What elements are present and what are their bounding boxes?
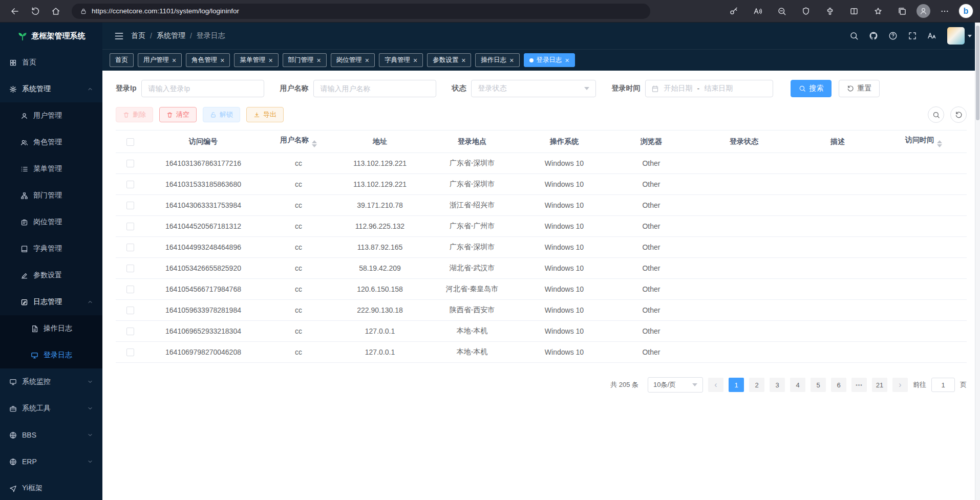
sidebar-item-user[interactable]: 用户管理 <box>0 102 102 129</box>
sidebar-item-bbs[interactable]: BBS <box>0 422 102 448</box>
table-row[interactable]: 1641069798270046208 cc 127.0.0.1 本地-本机 W… <box>116 342 967 363</box>
row-checkbox[interactable] <box>126 328 134 335</box>
tab-dict[interactable]: 字典管理 × <box>379 53 423 67</box>
page-button-6[interactable]: 6 <box>831 378 846 392</box>
row-checkbox[interactable] <box>126 307 134 314</box>
table-row[interactable]: 1641044993248464896 cc 113.87.92.165 广东省… <box>116 237 967 258</box>
tab-close-icon[interactable]: × <box>220 57 224 64</box>
more-pages-button[interactable]: ••• <box>851 378 867 392</box>
tab-close-icon[interactable]: × <box>413 57 417 64</box>
export-button[interactable]: 导出 <box>246 107 284 122</box>
sidebar-item-system[interactable]: 系统管理 <box>0 76 102 102</box>
sidebar-item-post[interactable]: 岗位管理 <box>0 209 102 235</box>
sidebar-item-home[interactable]: 首页 <box>0 49 102 76</box>
sort-caret-icon[interactable] <box>312 140 317 147</box>
row-checkbox[interactable] <box>126 181 134 188</box>
zoom-out-button[interactable] <box>772 3 792 20</box>
search-button[interactable]: 搜索 <box>791 80 832 97</box>
sidebar-item-erp[interactable]: ERP <box>0 448 102 475</box>
page-button-1[interactable]: 1 <box>729 378 744 392</box>
tab-user[interactable]: 用户管理 × <box>138 53 182 67</box>
vertical-scrollbar[interactable] <box>975 23 980 500</box>
tab-home[interactable]: 首页 <box>110 53 134 67</box>
tab-operlog[interactable]: 操作日志 × <box>475 53 519 67</box>
row-checkbox[interactable] <box>126 349 134 356</box>
row-checkbox[interactable] <box>126 286 134 293</box>
browser-refresh-button[interactable] <box>26 3 45 20</box>
user-avatar[interactable] <box>947 27 972 45</box>
sidebar-item-yi[interactable]: Yi框架 <box>0 475 102 500</box>
table-row[interactable]: 1641053426655825920 cc 58.19.42.209 湖北省-… <box>116 258 967 279</box>
browser-home-button[interactable] <box>46 3 66 20</box>
browser-profile-avatar[interactable] <box>917 4 930 18</box>
delete-button[interactable]: 删除 <box>116 107 153 122</box>
split-screen-button[interactable] <box>844 3 864 20</box>
username-input[interactable] <box>313 80 436 97</box>
sidebar-item-operlog[interactable]: 操作日志 <box>0 315 102 342</box>
favorites-button[interactable] <box>868 3 888 20</box>
table-row[interactable]: 1641044520567181312 cc 112.96.225.132 广东… <box>116 216 967 237</box>
tab-close-icon[interactable]: × <box>365 57 369 64</box>
column-header-time[interactable]: 访问时间 <box>881 131 967 153</box>
browser-address-bar[interactable]: https://ccnetcore.com:1101/system/log/lo… <box>72 4 650 19</box>
table-row[interactable]: 1641031533185863680 cc 113.102.129.221 广… <box>116 174 967 195</box>
tab-close-icon[interactable]: × <box>461 57 465 64</box>
page-button-5[interactable]: 5 <box>811 378 826 392</box>
row-checkbox[interactable] <box>126 223 134 230</box>
breadcrumb-item-system[interactable]: 系统管理 <box>157 31 185 40</box>
tab-post[interactable]: 岗位管理 × <box>331 53 375 67</box>
login-ip-input[interactable] <box>141 80 264 97</box>
page-size-select[interactable]: 10条/页 <box>648 377 703 393</box>
goto-page-input[interactable] <box>931 378 955 392</box>
header-search-button[interactable] <box>846 28 862 44</box>
tab-close-icon[interactable]: × <box>172 57 176 64</box>
tab-close-icon[interactable]: × <box>268 57 272 64</box>
sidebar-item-dict[interactable]: 字典管理 <box>0 235 102 262</box>
tab-close-icon[interactable]: × <box>317 57 321 64</box>
browser-essentials-button[interactable] <box>796 3 816 20</box>
reset-button[interactable]: 重置 <box>839 80 880 97</box>
sort-caret-icon[interactable] <box>937 140 942 147</box>
sidebar-item-dept[interactable]: 部门管理 <box>0 182 102 209</box>
github-button[interactable] <box>865 28 882 44</box>
fullscreen-button[interactable] <box>904 28 921 44</box>
font-size-button[interactable] <box>924 28 940 44</box>
tab-close-icon[interactable]: × <box>565 57 569 64</box>
sidebar-item-monitor[interactable]: 系统监控 <box>0 368 102 395</box>
page-button-21[interactable]: 21 <box>872 378 887 392</box>
tab-dept[interactable]: 部门管理 × <box>283 53 327 67</box>
tab-role[interactable]: 角色管理 × <box>186 53 230 67</box>
tab-loginlog-active[interactable]: 登录日志 × <box>524 53 575 67</box>
page-button-4[interactable]: 4 <box>790 378 805 392</box>
table-row[interactable]: 1641031367863177216 cc 113.102.129.221 广… <box>116 153 967 174</box>
sidebar-fold-button[interactable] <box>111 28 127 44</box>
table-row[interactable]: 1641043063331753984 cc 39.171.210.78 浙江省… <box>116 195 967 216</box>
row-checkbox[interactable] <box>126 202 134 209</box>
table-row[interactable]: 1641069652933218304 cc 127.0.0.1 本地-本机 W… <box>116 321 967 342</box>
tab-param[interactable]: 参数设置 × <box>427 53 471 67</box>
status-select[interactable]: 登录状态 <box>471 80 596 97</box>
column-header-username[interactable]: 用户名称 <box>262 131 335 153</box>
tab-close-icon[interactable]: × <box>509 57 514 64</box>
login-time-range-picker[interactable]: 开始日期 - 结束日期 <box>645 80 773 97</box>
collections-button[interactable] <box>892 3 912 20</box>
next-page-button[interactable]: › <box>892 378 908 392</box>
row-checkbox[interactable] <box>126 265 134 272</box>
sidebar-item-param[interactable]: 参数设置 <box>0 262 102 289</box>
password-key-button[interactable] <box>724 3 743 20</box>
help-button[interactable] <box>885 28 901 44</box>
browser-menu-button[interactable] <box>935 3 954 20</box>
copilot-bing-icon[interactable]: b <box>959 4 973 18</box>
table-row[interactable]: 1641054566717984768 cc 120.6.150.158 河北省… <box>116 279 967 300</box>
sidebar-item-tool[interactable]: 系统工具 <box>0 395 102 422</box>
sidebar-item-log[interactable]: 日志管理 <box>0 289 102 315</box>
sidebar-item-loginlog[interactable]: 登录日志 <box>0 342 102 368</box>
clear-button[interactable]: 清空 <box>159 107 197 122</box>
scrollbar-thumb[interactable] <box>976 26 979 120</box>
page-button-2[interactable]: 2 <box>749 378 764 392</box>
refresh-table-button[interactable] <box>950 106 967 123</box>
read-aloud-button[interactable] <box>748 3 768 20</box>
select-all-checkbox[interactable] <box>126 138 134 146</box>
row-checkbox[interactable] <box>126 244 134 251</box>
extensions-button[interactable] <box>820 3 840 20</box>
